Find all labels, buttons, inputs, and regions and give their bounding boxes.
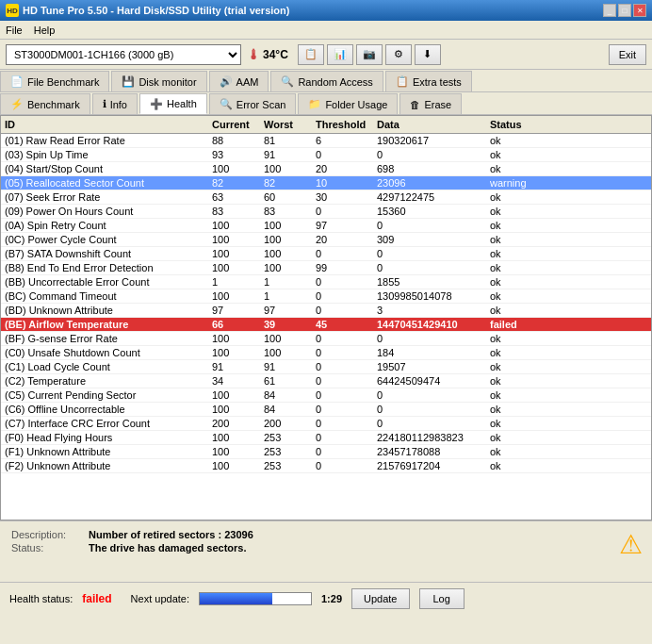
tab-error-scan[interactable]: 🔍 Error Scan xyxy=(209,93,297,114)
cell-status: ok xyxy=(486,190,562,204)
table-row[interactable]: (B7) SATA Downshift Count 100 100 0 0 ok xyxy=(1,247,651,261)
table-row[interactable]: (BE) Airflow Temperature 66 39 45 144704… xyxy=(1,318,651,332)
menu-help[interactable]: Help xyxy=(34,25,56,36)
cell-status: ok xyxy=(486,134,562,147)
minimize-button[interactable]: _ xyxy=(603,4,616,17)
table-row[interactable]: (07) Seek Error Rate 63 60 30 4297122475… xyxy=(1,190,651,205)
cell-threshold: 0 xyxy=(312,431,373,444)
download-button[interactable]: ⬇ xyxy=(415,44,441,65)
tab-extra-tests[interactable]: 📋 Extra tests xyxy=(385,71,472,91)
table-row[interactable]: (BC) Command Timeout 100 1 0 13099850140… xyxy=(1,289,651,304)
cell-id: (C1) Load Cycle Count xyxy=(1,360,208,373)
maximize-button[interactable]: □ xyxy=(618,4,631,17)
tabs-row1: 📄 File Benchmark 💾 Disk monitor 🔊 AAM 🔍 … xyxy=(0,70,652,92)
health-status-label: Health status: xyxy=(9,593,73,604)
cell-threshold: 99 xyxy=(312,261,373,274)
table-row[interactable]: (F2) Unknown Attribute 100 253 0 2157691… xyxy=(1,459,651,473)
cell-status: ok xyxy=(486,417,562,430)
cell-data: 0 xyxy=(373,403,486,416)
bottom-bar: Health status: failed Next update: 1:29 … xyxy=(0,582,652,614)
cell-id: (03) Spin Up Time xyxy=(1,148,208,161)
cell-id: (0A) Spin Retry Count xyxy=(1,219,208,232)
cell-threshold: 0 xyxy=(312,445,373,458)
cell-threshold: 6 xyxy=(312,134,373,147)
tab-info[interactable]: ℹ Info xyxy=(92,93,138,114)
tab-aam[interactable]: 🔊 AAM xyxy=(209,71,269,91)
table-row[interactable]: (03) Spin Up Time 93 91 0 0 ok xyxy=(1,148,651,162)
cell-data: 190320617 xyxy=(373,134,486,147)
error-scan-icon: 🔍 xyxy=(220,98,233,110)
menu-file[interactable]: File xyxy=(6,25,23,36)
cell-id: (BE) Airflow Temperature xyxy=(1,318,208,331)
table-row[interactable]: (09) Power On Hours Count 83 83 0 15360 … xyxy=(1,205,651,219)
cell-id: (01) Raw Read Error Rate xyxy=(1,134,208,147)
tab-disk-monitor[interactable]: 💾 Disk monitor xyxy=(111,71,206,91)
update-button[interactable]: Update xyxy=(351,588,409,609)
tab-benchmark[interactable]: ⚡ Benchmark xyxy=(0,93,90,114)
update-progress-bar xyxy=(199,592,312,605)
cell-current: 100 xyxy=(208,332,260,345)
graph-button[interactable]: 📊 xyxy=(327,44,353,65)
table-row[interactable]: (BB) Uncorrectable Error Count 1 1 0 185… xyxy=(1,275,651,289)
table-row[interactable]: (05) Reallocated Sector Count 82 82 10 2… xyxy=(1,176,651,190)
cell-worst: 253 xyxy=(260,431,312,444)
status-bar: ⚠ Description: Number of retired sectors… xyxy=(0,520,652,582)
cell-threshold: 0 xyxy=(312,360,373,373)
table-row[interactable]: (C7) Interface CRC Error Count 200 200 0… xyxy=(1,417,651,431)
cell-threshold: 30 xyxy=(312,190,373,204)
table-row[interactable]: (B8) End To End Error Detection 100 100 … xyxy=(1,261,651,275)
cell-threshold: 20 xyxy=(312,162,373,175)
cell-worst: 84 xyxy=(260,388,312,402)
exit-button[interactable]: Exit xyxy=(609,44,646,65)
cell-data: 0 xyxy=(373,332,486,345)
title-bar: HD HD Tune Pro 5.50 - Hard Disk/SSD Util… xyxy=(0,0,652,21)
tab-file-benchmark[interactable]: 📄 File Benchmark xyxy=(0,71,109,91)
cell-threshold: 0 xyxy=(312,247,373,260)
close-button[interactable]: ✕ xyxy=(633,4,646,17)
cell-status: ok xyxy=(486,431,562,444)
cell-worst: 83 xyxy=(260,205,312,218)
table-row[interactable]: (F1) Unknown Attribute 100 253 0 2345717… xyxy=(1,445,651,459)
table-row[interactable]: (C1) Load Cycle Count 91 91 0 19507 ok xyxy=(1,360,651,374)
table-row[interactable]: (C0) Unsafe Shutdown Count 100 100 0 184… xyxy=(1,346,651,360)
cell-id: (C7) Interface CRC Error Count xyxy=(1,417,208,430)
random-access-icon: 🔍 xyxy=(281,75,294,88)
table-row[interactable]: (01) Raw Read Error Rate 88 81 6 1903206… xyxy=(1,134,651,148)
table-row[interactable]: (04) Start/Stop Count 100 100 20 698 ok xyxy=(1,162,651,176)
cell-id: (C0) Unsafe Shutdown Count xyxy=(1,346,208,359)
col-threshold: Threshold xyxy=(312,118,373,131)
table-row[interactable]: (0A) Spin Retry Count 100 100 97 0 ok xyxy=(1,219,651,233)
col-status: Status xyxy=(486,118,562,131)
aam-icon: 🔊 xyxy=(220,75,233,88)
status-value: The drive has damaged sectors. xyxy=(89,542,253,553)
camera-button[interactable]: 📷 xyxy=(356,44,383,65)
cell-status: ok xyxy=(486,459,562,472)
tab-erase[interactable]: 🗑 Erase xyxy=(399,93,462,114)
table-row[interactable]: (C6) Offline Uncorrectable 100 84 0 0 ok xyxy=(1,403,651,417)
cell-current: 63 xyxy=(208,190,260,204)
table-row[interactable]: (0C) Power Cycle Count 100 100 20 309 ok xyxy=(1,233,651,247)
tab-health[interactable]: ➕ Health xyxy=(139,93,207,114)
cell-current: 100 xyxy=(208,346,260,359)
table-row[interactable]: (C5) Current Pending Sector 100 84 0 0 o… xyxy=(1,388,651,403)
disk-selector[interactable]: ST3000DM001-1CH166 (3000 gB) xyxy=(6,44,241,65)
log-button[interactable]: Log xyxy=(419,588,465,609)
table-row[interactable]: (C2) Temperature 34 61 0 64424509474 ok xyxy=(1,374,651,388)
erase-icon: 🗑 xyxy=(410,99,420,110)
table-row[interactable]: (BD) Unknown Attribute 97 97 0 3 ok xyxy=(1,304,651,318)
settings-button[interactable]: ⚙ xyxy=(385,44,412,65)
table-row[interactable]: (F0) Head Flying Hours 100 253 0 2241801… xyxy=(1,431,651,445)
copy-button[interactable]: 📋 xyxy=(298,44,324,65)
cell-worst: 39 xyxy=(260,318,312,331)
cell-threshold: 0 xyxy=(312,374,373,388)
cell-current: 93 xyxy=(208,148,260,161)
cell-threshold: 0 xyxy=(312,346,373,359)
tab-folder-usage[interactable]: 📁 Folder Usage xyxy=(298,93,398,114)
cell-data: 0 xyxy=(373,261,486,274)
cell-id: (C5) Current Pending Sector xyxy=(1,388,208,402)
table-row[interactable]: (BF) G-sense Error Rate 100 100 0 0 ok xyxy=(1,332,651,346)
cell-current: 100 xyxy=(208,431,260,444)
cell-threshold: 0 xyxy=(312,289,373,303)
description-value: Number of retired sectors : 23096 xyxy=(89,529,253,540)
tab-random-access[interactable]: 🔍 Random Access xyxy=(270,71,383,91)
